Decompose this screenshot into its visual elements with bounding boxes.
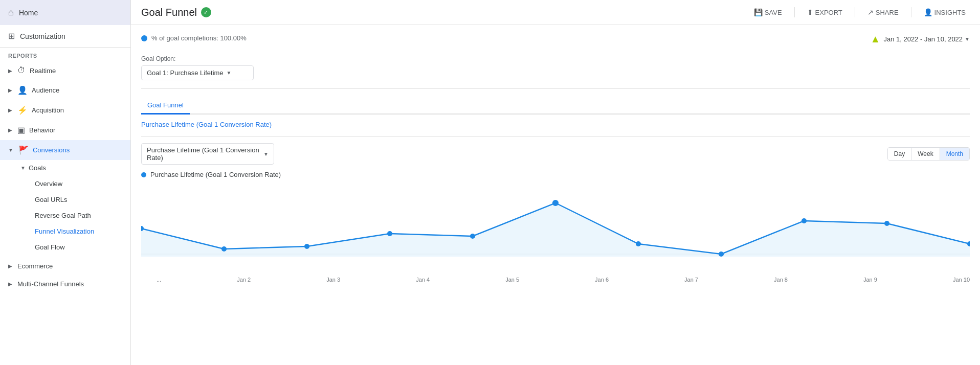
svg-point-5 bbox=[470, 234, 475, 239]
conversions-icon: 🚩 bbox=[18, 145, 29, 155]
save-label: SAVE bbox=[765, 9, 782, 16]
x-label-1: Jan 2 bbox=[237, 277, 251, 283]
sidebar-item-label: Realtime bbox=[30, 67, 56, 75]
sidebar-home[interactable]: ⌂ Home bbox=[0, 0, 130, 25]
svg-point-7 bbox=[636, 241, 641, 246]
metric-select-value: Purchase Lifetime (Goal 1 Conversion Rat… bbox=[147, 146, 260, 162]
insights-label: INSIGHTS bbox=[934, 9, 966, 16]
sidebar-item-overview[interactable]: Overview bbox=[35, 176, 130, 192]
top-bar: Goal Funnel ✓ 💾 SAVE ⬆ EXPORT ↗ SHARE 👤 … bbox=[131, 0, 980, 25]
x-label-8: Jan 9 bbox=[863, 277, 877, 283]
divider bbox=[911, 7, 911, 17]
chevron-down-icon: ▼ bbox=[20, 165, 26, 171]
sidebar-item-reverse-goal-path[interactable]: Reverse Goal Path bbox=[35, 208, 130, 223]
tab-goal-funnel[interactable]: Goal Funnel bbox=[141, 97, 190, 115]
goal-option-value: Goal 1: Purchase Lifetime bbox=[147, 69, 224, 77]
divider bbox=[794, 7, 795, 17]
x-label-3: Jan 4 bbox=[416, 277, 430, 283]
insights-icon: 👤 bbox=[924, 8, 932, 16]
svg-point-3 bbox=[304, 244, 309, 249]
line-chart bbox=[141, 182, 970, 275]
svg-point-2 bbox=[221, 246, 227, 252]
x-label-9: Jan 10 bbox=[953, 277, 970, 283]
main-content: Goal Funnel ✓ 💾 SAVE ⬆ EXPORT ↗ SHARE 👤 … bbox=[131, 0, 980, 365]
funnel-vis-label: Funnel Visualization bbox=[35, 227, 94, 235]
separator-2 bbox=[141, 136, 970, 137]
x-label-2: Jan 3 bbox=[326, 277, 340, 283]
content-area: % of goal completions: 100.00% ▲ Jan 1, … bbox=[131, 25, 980, 365]
customization-label: Customization bbox=[20, 32, 65, 40]
sidebar-customization[interactable]: ⊞ Customization bbox=[0, 25, 130, 48]
legend-row: % of goal completions: 100.00% bbox=[141, 34, 247, 42]
svg-point-8 bbox=[719, 252, 724, 257]
acquisition-icon: ⚡ bbox=[17, 105, 28, 115]
period-day-button[interactable]: Day bbox=[888, 148, 911, 160]
sidebar-item-goal-flow[interactable]: Goal Flow bbox=[35, 239, 130, 255]
period-week-button[interactable]: Week bbox=[911, 148, 940, 160]
divider bbox=[855, 7, 855, 17]
x-label-6: Jan 7 bbox=[684, 277, 698, 283]
sidebar-item-label: Conversions bbox=[33, 146, 70, 154]
metric-select[interactable]: Purchase Lifetime (Goal 1 Conversion Rat… bbox=[141, 143, 274, 165]
svg-point-10 bbox=[884, 221, 889, 226]
goals-submenu: Overview Goal URLs Reverse Goal Path Fun… bbox=[12, 176, 130, 255]
separator bbox=[141, 88, 970, 89]
period-buttons: Day Week Month bbox=[887, 147, 970, 161]
sidebar-item-realtime[interactable]: ▶ ⏱ Realtime bbox=[0, 61, 130, 80]
sidebar-item-behavior[interactable]: ▶ ▣ Behavior bbox=[0, 120, 130, 140]
arrow-icon: ▶ bbox=[8, 87, 12, 93]
share-label: SHARE bbox=[876, 9, 899, 16]
realtime-icon: ⏱ bbox=[17, 66, 26, 75]
arrow-icon: ▶ bbox=[8, 281, 12, 287]
toolbar-actions: 💾 SAVE ⬆ EXPORT ↗ SHARE 👤 INSIGHTS bbox=[750, 6, 970, 18]
sidebar-item-label: Multi-Channel Funnels bbox=[17, 280, 84, 288]
share-icon: ↗ bbox=[867, 8, 874, 16]
home-label: Home bbox=[19, 9, 38, 17]
sidebar-item-conversions[interactable]: ▼ 🚩 Conversions ➤ bbox=[0, 140, 130, 160]
goal-option-label: Goal Option: bbox=[141, 55, 970, 62]
arrow-icon: ▶ bbox=[8, 127, 12, 133]
sidebar-item-ecommerce[interactable]: ▶ Ecommerce bbox=[0, 257, 130, 275]
legend-dot bbox=[141, 35, 147, 41]
sidebar-item-goal-urls[interactable]: Goal URLs bbox=[35, 192, 130, 208]
svg-point-6 bbox=[552, 200, 559, 206]
sidebar-item-label: Ecommerce bbox=[17, 262, 53, 270]
goals-header[interactable]: ▼ Goals ➤ bbox=[12, 160, 130, 176]
share-button[interactable]: ↗ SHARE bbox=[863, 6, 903, 18]
arrow-icon: ▶ bbox=[8, 68, 12, 74]
tab-bar: Goal Funnel bbox=[141, 97, 970, 115]
chart-container bbox=[141, 182, 970, 275]
x-label-7: Jan 8 bbox=[774, 277, 788, 283]
export-button[interactable]: ⬆ EXPORT bbox=[803, 6, 847, 18]
sidebar-item-multichannel[interactable]: ▶ Multi-Channel Funnels bbox=[0, 275, 130, 293]
date-range-button[interactable]: Jan 1, 2022 - Jan 10, 2022 ▼ bbox=[883, 35, 970, 43]
up-arrow-icon: ▲ bbox=[871, 33, 881, 45]
insights-button[interactable]: 👤 INSIGHTS bbox=[920, 6, 970, 18]
arrow-icon: ▶ bbox=[8, 263, 12, 269]
period-month-button[interactable]: Month bbox=[940, 148, 969, 160]
metric-select-arrow-icon: ▼ bbox=[263, 151, 269, 157]
sidebar-item-label: Behavior bbox=[29, 126, 55, 134]
grid-icon: ⊞ bbox=[8, 31, 15, 41]
x-axis-labels: ... Jan 2 Jan 3 Jan 4 Jan 5 Jan 6 Jan 7 … bbox=[141, 275, 970, 283]
goal-option-select[interactable]: Goal 1: Purchase Lifetime ▼ bbox=[141, 65, 254, 80]
legend-text: % of goal completions: 100.00% bbox=[151, 34, 247, 42]
x-label-5: Jan 6 bbox=[595, 277, 609, 283]
sidebar: ⌂ Home ⊞ Customization REPORTS ▶ ⏱ Realt… bbox=[0, 0, 131, 365]
sidebar-item-funnel-visualization[interactable]: Funnel Visualization ➤ bbox=[35, 223, 130, 239]
svg-point-9 bbox=[801, 218, 807, 223]
page-title-row: Goal Funnel ✓ bbox=[141, 7, 211, 18]
sidebar-item-label: Audience bbox=[32, 86, 59, 94]
export-icon: ⬆ bbox=[807, 8, 813, 16]
sidebar-item-acquisition[interactable]: ▶ ⚡ Acquisition bbox=[0, 100, 130, 120]
x-label-0: ... bbox=[157, 277, 161, 283]
sidebar-item-label: Acquisition bbox=[32, 106, 64, 114]
goal-option-section: Goal Option: Goal 1: Purchase Lifetime ▼ bbox=[141, 55, 970, 80]
goals-label: Goals bbox=[29, 164, 46, 172]
page-title: Goal Funnel bbox=[141, 7, 197, 18]
save-button[interactable]: 💾 SAVE bbox=[750, 6, 786, 18]
svg-point-4 bbox=[387, 231, 392, 236]
chart-legend-text: Purchase Lifetime (Goal 1 Conversion Rat… bbox=[150, 171, 281, 178]
save-icon: 💾 bbox=[754, 8, 763, 16]
sidebar-item-audience[interactable]: ▶ 👤 Audience bbox=[0, 80, 130, 100]
